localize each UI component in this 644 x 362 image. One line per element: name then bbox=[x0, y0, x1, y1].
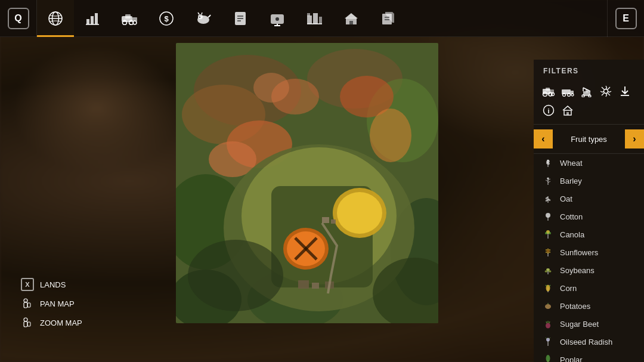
svg-rect-75 bbox=[546, 88, 550, 91]
legend-lands: X LANDS bbox=[21, 278, 82, 291]
svg-line-145 bbox=[549, 338, 550, 339]
e-key[interactable]: E bbox=[615, 8, 637, 29]
svg-line-139 bbox=[546, 321, 547, 323]
nav-stats[interactable] bbox=[74, 0, 111, 37]
svg-point-134 bbox=[545, 304, 551, 309]
svg-point-129 bbox=[549, 270, 552, 273]
filter-tractor[interactable] bbox=[541, 83, 556, 99]
sugarbeet-label: Sugar Beet bbox=[560, 320, 599, 329]
svg-rect-5 bbox=[95, 13, 98, 24]
canola-icon bbox=[542, 228, 554, 240]
svg-point-113 bbox=[547, 214, 550, 217]
nav-multiplayer[interactable] bbox=[259, 0, 296, 37]
fruit-item-potatoes[interactable]: Potatoes bbox=[534, 297, 644, 315]
svg-rect-61 bbox=[312, 283, 319, 289]
fruit-nav-label: Fruit types bbox=[553, 135, 625, 144]
svg-rect-28 bbox=[307, 13, 310, 16]
fruit-item-canola[interactable]: Canola bbox=[534, 225, 644, 243]
nav-vehicles[interactable] bbox=[111, 0, 148, 37]
nav-icons: $ bbox=[37, 0, 607, 36]
sunflowers-icon bbox=[542, 246, 554, 258]
barley-label: Barley bbox=[560, 177, 582, 185]
zoom-label: ZOOM MAP bbox=[40, 318, 82, 327]
svg-line-133 bbox=[549, 285, 550, 286]
svg-text:i: i bbox=[547, 107, 549, 115]
wheat-icon bbox=[542, 157, 554, 169]
fruit-item-oilseed-radish[interactable]: Oilseed Radish bbox=[534, 333, 644, 351]
pan-icon bbox=[21, 297, 34, 310]
filter-truck[interactable] bbox=[560, 83, 575, 99]
svg-rect-59 bbox=[331, 219, 336, 224]
fruit-item-oat[interactable]: Oat bbox=[534, 190, 644, 208]
fruit-item-corn[interactable]: Corn bbox=[534, 279, 644, 297]
potatoes-icon bbox=[542, 300, 554, 312]
nav-production[interactable] bbox=[296, 0, 333, 37]
nav-placeables[interactable] bbox=[333, 0, 370, 37]
svg-point-119 bbox=[547, 250, 550, 253]
filters-panel: FILTERS bbox=[534, 60, 644, 362]
svg-rect-27 bbox=[313, 13, 318, 24]
nav-info[interactable] bbox=[370, 0, 407, 37]
svg-point-44 bbox=[370, 109, 411, 162]
fruit-item-cotton[interactable]: Cotton bbox=[534, 208, 644, 225]
fruit-list: Wheat Barley bbox=[534, 154, 644, 362]
topbar-right-key: E bbox=[607, 0, 644, 37]
map-legend: X LANDS PAN MAP ZOOM MAP bbox=[21, 278, 82, 329]
svg-rect-58 bbox=[322, 217, 329, 223]
q-key[interactable]: Q bbox=[8, 8, 29, 29]
nav-contracts[interactable] bbox=[222, 0, 259, 37]
svg-point-135 bbox=[546, 305, 547, 307]
oilseed-radish-label: Oilseed Radish bbox=[560, 338, 612, 346]
svg-rect-68 bbox=[24, 302, 27, 308]
pan-label: PAN MAP bbox=[40, 299, 75, 308]
fruit-item-soybeans[interactable]: Soybeans bbox=[534, 261, 644, 279]
fruit-nav: ‹ Fruit types › bbox=[534, 125, 644, 154]
nav-economy[interactable]: $ bbox=[148, 0, 185, 37]
svg-point-128 bbox=[545, 270, 548, 273]
corn-label: Corn bbox=[560, 284, 577, 293]
fruit-item-wheat[interactable]: Wheat bbox=[534, 154, 644, 172]
map-svg bbox=[176, 43, 438, 323]
filter-settings[interactable] bbox=[598, 83, 614, 99]
cotton-icon bbox=[542, 211, 554, 222]
oat-icon bbox=[542, 193, 554, 205]
cotton-label: Cotton bbox=[560, 212, 583, 221]
oilseed-radish-icon bbox=[542, 336, 554, 348]
potatoes-label: Potatoes bbox=[560, 302, 590, 311]
sunflowers-label: Sunflowers bbox=[560, 248, 598, 257]
filter-download[interactable] bbox=[617, 83, 633, 99]
fruit-item-sugarbeet[interactable]: Sugar Beet bbox=[534, 315, 644, 333]
fruit-item-sunflowers[interactable]: Sunflowers bbox=[534, 243, 644, 261]
svg-rect-3 bbox=[86, 19, 89, 24]
soybeans-icon bbox=[542, 264, 554, 276]
svg-point-106 bbox=[547, 178, 549, 180]
svg-point-84 bbox=[571, 94, 574, 96]
fruit-item-poplar[interactable]: Poplar bbox=[534, 351, 644, 362]
map-frame bbox=[176, 43, 438, 323]
svg-point-25 bbox=[275, 17, 279, 21]
svg-point-116 bbox=[545, 232, 547, 234]
topbar: Q bbox=[0, 0, 644, 37]
svg-point-147 bbox=[546, 355, 550, 362]
nav-animals[interactable] bbox=[185, 0, 222, 37]
svg-point-91 bbox=[604, 89, 608, 94]
poplar-icon bbox=[542, 354, 554, 362]
nav-map[interactable] bbox=[37, 0, 74, 37]
fruit-nav-prev[interactable]: ‹ bbox=[534, 129, 553, 148]
svg-point-71 bbox=[24, 318, 27, 321]
soybeans-label: Soybeans bbox=[560, 266, 595, 275]
svg-point-117 bbox=[549, 232, 551, 234]
fruit-nav-next[interactable]: › bbox=[625, 129, 644, 148]
filter-loader[interactable] bbox=[579, 83, 595, 99]
svg-rect-69 bbox=[27, 303, 30, 307]
filter-info[interactable]: i bbox=[541, 103, 556, 118]
svg-rect-60 bbox=[298, 280, 309, 289]
fruit-item-barley[interactable]: Barley bbox=[534, 172, 644, 190]
svg-point-64 bbox=[188, 240, 283, 311]
svg-rect-32 bbox=[349, 21, 353, 24]
filter-house[interactable] bbox=[560, 103, 575, 118]
barley-icon bbox=[542, 175, 554, 187]
poplar-label: Poplar bbox=[560, 355, 583, 363]
map-container[interactable] bbox=[176, 43, 438, 323]
filter-icons-row: i bbox=[534, 81, 644, 125]
